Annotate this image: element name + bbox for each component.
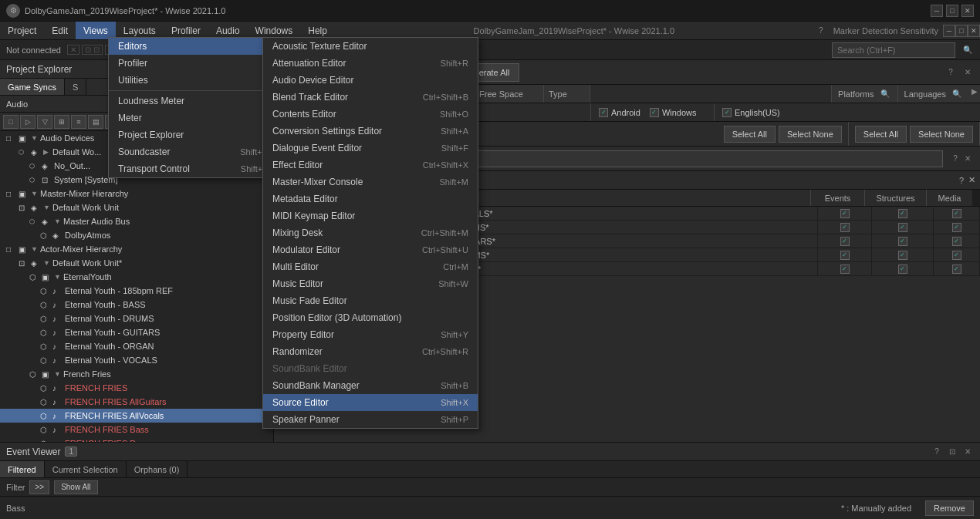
tree-ff-allvocals[interactable]: ⬡ ♪ FRENCH FRIES AllVocals [0, 409, 273, 423]
sb-cb-events-4[interactable] [818, 262, 872, 275]
sb-cb-media-2[interactable] [934, 234, 980, 248]
restore-btn2[interactable]: □ [955, 25, 968, 37]
sb-cb-events-2[interactable] [818, 234, 872, 248]
editors-contents-item[interactable]: Contents Editor Shift+O [263, 106, 478, 123]
minimize-button[interactable]: ─ [931, 5, 943, 17]
ev-help-icon[interactable]: ? [931, 446, 943, 458]
menu-project[interactable]: Project [0, 22, 44, 39]
notes-help-icon[interactable]: ? [949, 153, 961, 165]
editors-source-item[interactable]: Source Editor Shift+X [263, 394, 478, 411]
language-english[interactable]: English(US) [722, 108, 780, 117]
tree-ey-organ[interactable]: ⬡ ♪ Eternal Youth - ORGAN [0, 339, 273, 353]
sb-cb-structures-2[interactable] [872, 234, 934, 248]
tree-default-work-unit2[interactable]: ⊡ ◈ ▼ Default Work Unit* [0, 256, 273, 270]
editors-blend-track-item[interactable]: Blend Track Editor Ctrl+Shift+B [263, 89, 478, 106]
right-panel-close-icon[interactable]: ✕ [961, 66, 974, 79]
editors-randomizer-item[interactable]: Randomizer Ctrl+Shift+R [263, 343, 478, 360]
sb-cb-events-1[interactable] [818, 221, 872, 234]
editors-acoustic-item[interactable]: Acoustic Texture Editor [263, 38, 478, 55]
select-none-btn-2[interactable]: Select None [910, 126, 973, 143]
editors-modulator-item[interactable]: Modulator Editor Ctrl+Shift+U [263, 241, 478, 258]
sb-cb-structures-4[interactable] [872, 262, 934, 275]
collapse-btn[interactable]: ▽ [37, 115, 52, 129]
views-project-explorer-item[interactable]: Project Explorer [109, 126, 277, 143]
filter-btn[interactable]: ▤ [88, 115, 103, 129]
editors-midi-keymap-item[interactable]: MIDI Keymap Editor [263, 207, 478, 224]
ev-settings-icon[interactable]: ⊡ [946, 446, 958, 458]
views-profiler-item[interactable]: Profiler ▶ [109, 55, 277, 72]
editors-property-item[interactable]: Property Editor Shift+Y [263, 326, 478, 343]
filter-arrow-btn[interactable]: >> [29, 480, 49, 494]
sb-cb-events-0[interactable] [818, 207, 872, 220]
tab-s[interactable]: S [65, 79, 86, 95]
tree-ey-guitars[interactable]: ⬡ ♪ Eternal Youth - GUITARS [0, 325, 273, 339]
sb-header-help-icon[interactable]: ? [959, 176, 964, 185]
tree-master-mixer[interactable]: □ ▣ ▼ Master-Mixer Hierarchy [0, 187, 273, 201]
editors-metadata-item[interactable]: Metadata Editor [263, 190, 478, 207]
sb-cb-media-3[interactable] [934, 248, 980, 261]
close-button[interactable]: ✕ [961, 5, 974, 17]
editors-soundbank-manager-item[interactable]: SoundBank Manager Shift+B [263, 377, 478, 394]
ev-tab-orphans[interactable]: Orphans (0) [127, 461, 188, 477]
views-transport-item[interactable]: Transport Control Shift+T [109, 160, 277, 177]
ev-tab-filtered[interactable]: Filtered [0, 461, 45, 477]
select-none-btn-1[interactable]: Select None [779, 126, 842, 143]
editors-dialogue-item[interactable]: Dialogue Event Editor Shift+F [263, 140, 478, 157]
right-panel-help-icon[interactable]: ? [945, 66, 957, 79]
sb-cb-structures-1[interactable] [872, 221, 934, 234]
search-input[interactable] [832, 42, 955, 58]
remove-btn[interactable]: Remove [925, 500, 974, 516]
tree-eternal-youth[interactable]: ⬡ ▣ ▼ EternalYouth [0, 270, 273, 284]
sb-cb-structures-3[interactable] [872, 248, 934, 261]
find-btn[interactable]: ⊞ [54, 115, 69, 129]
editors-music-fade-item[interactable]: Music Fade Editor [263, 292, 478, 309]
new-item-btn[interactable]: □ [3, 115, 19, 129]
editors-attenuation-item[interactable]: Attenuation Editor Shift+R [263, 55, 478, 72]
tree-ey-bass[interactable]: ⬡ ♪ Eternal Youth - BASS [0, 298, 273, 312]
views-editors-item[interactable]: Editors ▶ [109, 38, 277, 55]
expand-right-icon[interactable]: ▶ [969, 85, 980, 97]
tree-dolby-atmos[interactable]: ⬡ ◈ DolbyAtmos [0, 228, 273, 242]
editors-conversion-item[interactable]: Conversion Settings Editor Shift+A [263, 123, 478, 140]
platforms-search-icon[interactable]: 🔍 [879, 88, 891, 100]
tree-actor-mixer[interactable]: □ ▣ ▼ Actor-Mixer Hierarchy [0, 242, 273, 256]
tree-ey-185bpm[interactable]: ⬡ ♪ Eternal Youth - 185bpm REF [0, 284, 273, 298]
minimize-btn2[interactable]: ─ [943, 25, 955, 37]
editors-audio-device-item[interactable]: Audio Device Editor [263, 72, 478, 89]
notes-close-icon[interactable]: ✕ [961, 153, 974, 165]
show-all-btn[interactable]: Show All [54, 480, 97, 494]
views-meter-item[interactable]: Meter ▶ [109, 110, 277, 126]
platform-android[interactable]: Android [599, 108, 640, 117]
tree-ey-drums[interactable]: ⬡ ♪ Eternal Youth - DRUMS [0, 312, 273, 325]
platform-windows[interactable]: Windows [650, 108, 697, 117]
tree-french-fries-folder[interactable]: ⬡ ▣ ▼ French Fries [0, 367, 273, 381]
editors-speaker-panner-item[interactable]: Speaker Panner Shift+P [263, 411, 478, 428]
editors-mixing-desk-item[interactable]: Mixing Desk Ctrl+Shift+M [263, 224, 478, 241]
tree-master-audio-bus[interactable]: ⬡ ◈ ▼ Master Audio Bus [0, 214, 273, 228]
search-icon[interactable]: 🔍 [961, 44, 974, 56]
tree-ey-vocals[interactable]: ⬡ ♪ Eternal Youth - VOCALS [0, 353, 273, 367]
sb-cb-media-1[interactable] [934, 221, 980, 234]
language-english-checkbox[interactable] [722, 108, 732, 117]
tree-default-work-unit[interactable]: ⊡ ◈ ▼ Default Work Unit [0, 201, 273, 214]
sb-cb-structures-0[interactable] [872, 207, 934, 220]
views-soundcaster-item[interactable]: Soundcaster Shift+S [109, 143, 277, 160]
editors-music-item[interactable]: Music Editor Shift+W [263, 275, 478, 292]
sort-btn[interactable]: ≡ [71, 115, 86, 129]
menu-edit[interactable]: Edit [44, 22, 76, 39]
languages-search-icon[interactable]: 🔍 [951, 88, 963, 100]
ev-tab-current-selection[interactable]: Current Selection [45, 461, 127, 477]
editors-position-item[interactable]: Position Editor (3D Automation) [263, 309, 478, 326]
select-all-btn-1[interactable]: Select All [724, 126, 776, 143]
views-utilities-item[interactable]: Utilities ▶ [109, 72, 277, 89]
views-loudness-item[interactable]: Loudness Meter ▶ [109, 93, 277, 110]
tree-ff[interactable]: ⬡ ♪ FRENCH FRIES [0, 381, 273, 395]
sb-cb-media-4[interactable] [934, 262, 980, 275]
close-btn2[interactable]: ✕ [968, 25, 980, 37]
editors-master-mixer-item[interactable]: Master-Mixer Console Shift+M [263, 174, 478, 190]
sb-header-close-icon[interactable]: ✕ [968, 175, 975, 185]
platform-android-checkbox[interactable] [599, 108, 608, 117]
editors-effect-item[interactable]: Effect Editor Ctrl+Shift+X [263, 157, 478, 174]
editors-multi-item[interactable]: Multi Editor Ctrl+M [263, 258, 478, 275]
tree-ff-drums[interactable]: ⬡ ♪ FRENCH FRIES Drums [0, 436, 273, 442]
